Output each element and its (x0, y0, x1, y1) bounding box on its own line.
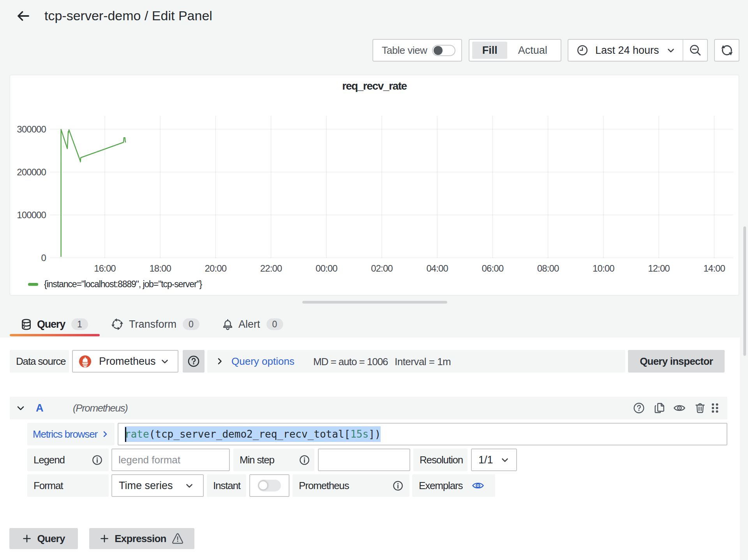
drag-handle-button[interactable] (706, 397, 723, 419)
time-range-picker[interactable]: Last 24 hours (568, 40, 683, 61)
info-circle-icon[interactable] (299, 455, 310, 465)
editor-tabbar: Query 1 (10, 311, 295, 337)
page-header: tcp-server-demo / Edit Panel (16, 8, 212, 23)
fill-button[interactable]: Fill (472, 42, 507, 59)
svg-text:22:00: 22:00 (260, 263, 282, 274)
refresh-button[interactable] (714, 39, 739, 62)
query-row-header[interactable]: A (Prometheus) (10, 397, 727, 419)
svg-text:00:00: 00:00 (316, 263, 337, 274)
format-value: Time series (119, 480, 173, 492)
fill-actual-segmented: Fill Actual (469, 39, 561, 62)
svg-text:{instance="localhost:8889", jo: {instance="localhost:8889", job="tcp-ser… (44, 279, 203, 289)
query-expression-input[interactable]: rate(tcp_server_demo2_req_recv_total[15s… (118, 423, 727, 445)
query-ref-id: A (36, 402, 44, 414)
legend-format-placeholder: legend format (118, 454, 180, 466)
svg-text:12:00: 12:00 (648, 263, 670, 274)
info-circle-icon[interactable] (393, 481, 403, 491)
tab-transform-count: 0 (183, 318, 199, 330)
svg-text:06:00: 06:00 (482, 263, 504, 274)
query-inspector-button[interactable]: Query inspector (628, 350, 725, 373)
clock-icon (577, 44, 588, 56)
chart-svg[interactable]: 010000020000030000016:0018:0020:0022:000… (10, 75, 739, 295)
duplicate-query-button[interactable] (651, 397, 668, 419)
svg-text:18:00: 18:00 (149, 263, 171, 274)
query-options-row[interactable]: Query options MD = auto = 1006 Interval … (207, 350, 625, 373)
chevron-right-icon (101, 430, 109, 438)
database-icon (21, 319, 31, 330)
chevron-down-icon (666, 45, 676, 55)
pane-resize-handle[interactable] (302, 301, 447, 304)
svg-text:200000: 200000 (17, 167, 46, 177)
time-range-label: Last 24 hours (595, 44, 659, 57)
tab-transform-label: Transform (129, 318, 176, 330)
svg-text:14:00: 14:00 (703, 263, 725, 274)
tab-alert-label: Alert (238, 318, 260, 330)
svg-text:16:00: 16:00 (94, 263, 116, 274)
datasource-label: Data source (10, 350, 69, 373)
tab-query[interactable]: Query 1 (10, 311, 100, 337)
chart-panel: req_recv_rate 010000020000030000016:0018… (10, 75, 739, 295)
page-title: tcp-server-demo / Edit Panel (44, 8, 212, 23)
format-label: Format (27, 474, 109, 497)
toggle-knob (434, 46, 443, 55)
info-circle-icon[interactable] (92, 455, 102, 465)
add-query-button[interactable]: Query (9, 528, 78, 549)
scrollbar-thumb[interactable] (743, 226, 746, 356)
trash-icon (694, 402, 706, 414)
resolution-label: Resolution (413, 449, 468, 471)
chevron-down-icon (160, 356, 170, 366)
svg-text:0: 0 (41, 253, 46, 263)
tab-alert[interactable]: Alert 0 (211, 311, 295, 337)
query-options-interval: Interval = 1m (395, 356, 451, 368)
query-help-button[interactable] (630, 397, 647, 419)
add-expression-button[interactable]: Expression (89, 528, 194, 549)
tab-alert-count: 0 (266, 318, 283, 330)
table-view-control: Table view (372, 39, 462, 62)
legend-format-input[interactable]: legend format (111, 449, 230, 471)
datasource-picker[interactable]: Prometheus (72, 350, 178, 373)
format-select[interactable]: Time series (111, 474, 204, 497)
svg-text:04:00: 04:00 (426, 263, 448, 274)
svg-text:300000: 300000 (17, 124, 46, 134)
arrow-left-icon (16, 9, 30, 23)
instant-label: Instant (207, 474, 246, 497)
min-step-input[interactable] (318, 449, 410, 471)
bell-icon (223, 319, 233, 330)
datasource-help-button[interactable] (183, 350, 205, 373)
add-expression-label: Expression (115, 533, 166, 545)
back-button[interactable] (16, 9, 30, 23)
toggle-knob (258, 481, 268, 490)
instant-toggle-box (249, 474, 289, 497)
zoom-out-button[interactable] (683, 40, 707, 61)
plus-icon (22, 534, 32, 543)
chevron-down-icon[interactable] (15, 403, 26, 413)
refresh-icon (720, 43, 734, 57)
copy-icon (654, 402, 665, 414)
instant-toggle[interactable] (258, 480, 281, 491)
chevron-down-icon (184, 481, 194, 491)
resolution-value: 1/1 (478, 454, 493, 466)
actual-button[interactable]: Actual (507, 42, 558, 59)
query-options-label[interactable]: Query options (231, 355, 295, 367)
question-circle-icon (187, 355, 200, 367)
query-options-md: MD = auto = 1006 (313, 356, 388, 368)
eye-icon (673, 403, 686, 413)
chevron-down-icon (500, 455, 510, 465)
plus-icon (100, 534, 109, 543)
svg-text:02:00: 02:00 (371, 263, 393, 274)
grip-dots-icon (710, 402, 720, 414)
search-minus-icon (689, 44, 702, 57)
exemplars-eye-icon[interactable] (472, 481, 484, 490)
toggle-visibility-button[interactable] (671, 397, 688, 419)
resolution-select[interactable]: 1/1 (471, 449, 517, 471)
prometheus-type-label: Prometheus (293, 474, 409, 497)
tab-transform[interactable]: Transform 0 (100, 311, 211, 337)
chevron-right-icon (215, 357, 224, 366)
add-query-label: Query (37, 533, 65, 545)
metrics-browser-button[interactable]: Metrics browser (27, 423, 115, 445)
legend-field-label: Legend (27, 449, 109, 471)
question-circle-icon (633, 402, 645, 414)
query-expression-text: rate(tcp_server_demo2_req_recv_total[15s… (125, 426, 381, 442)
table-view-toggle[interactable] (432, 45, 455, 56)
text-caret (125, 427, 126, 442)
